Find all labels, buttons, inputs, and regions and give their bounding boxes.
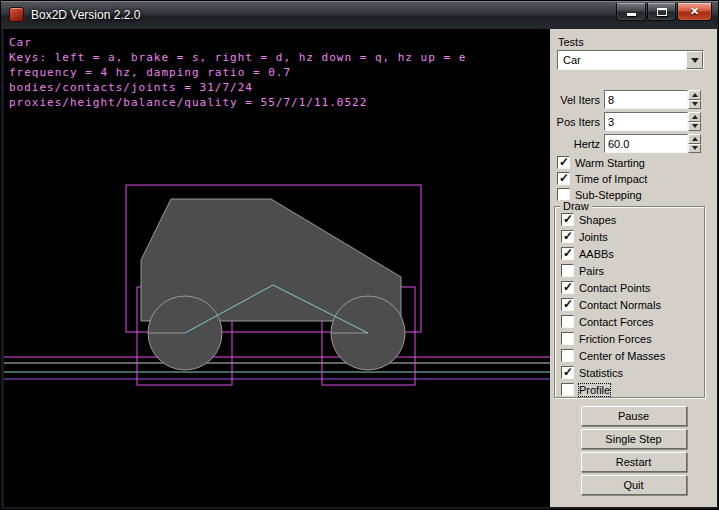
stats-line-freq: frequency = 4 hz, damping ratio = 0.7 <box>9 66 291 79</box>
vel-iters-row: Vel Iters <box>550 90 717 109</box>
arrow-up-icon <box>692 115 698 119</box>
contact-points-checkbox[interactable] <box>561 281 574 294</box>
contact-normals-row: Contact Normals <box>561 298 704 311</box>
time-of-impact-checkbox[interactable] <box>557 172 570 185</box>
tests-label: Tests <box>558 36 584 48</box>
minimize-button[interactable] <box>616 3 646 21</box>
center-of-masses-row: Center of Masses <box>561 349 704 362</box>
warm-starting-row: Warm Starting <box>557 156 647 169</box>
vel-iters-spinner <box>688 90 701 109</box>
stats-line-proxies: proxies/height/balance/quality = 55/7/1/… <box>9 96 367 109</box>
profile-label: Profile <box>579 384 610 396</box>
vel-iters-down-button[interactable] <box>688 100 701 110</box>
hertz-input[interactable] <box>604 134 688 153</box>
stats-line-title: Car <box>9 36 32 49</box>
statistics-label: Statistics <box>579 367 623 379</box>
draw-groupbox: Draw Shapes Joints AABBs Pairs <box>554 206 705 398</box>
shapes-label: Shapes <box>579 214 616 226</box>
solver-settings: Vel Iters Pos Iters Hertz <box>550 90 717 156</box>
close-icon: ✕ <box>690 6 699 17</box>
title-bar[interactable]: Box2D Version 2.2.0 ✕ <box>1 1 719 29</box>
physics-scene: Car Keys: left = a, brake = s, right = d… <box>4 29 550 507</box>
pos-iters-input[interactable] <box>604 112 688 131</box>
hertz-up-button[interactable] <box>688 134 701 144</box>
restart-button[interactable]: Restart <box>581 452 687 472</box>
arrow-down-icon <box>692 124 698 128</box>
profile-checkbox[interactable] <box>561 383 574 396</box>
window-controls: ✕ <box>615 3 712 21</box>
warm-starting-label: Warm Starting <box>575 157 645 169</box>
vel-iters-up-button[interactable] <box>688 90 701 100</box>
shapes-row: Shapes <box>561 213 704 226</box>
contact-forces-label: Contact Forces <box>579 316 654 328</box>
chevron-down-icon <box>691 58 699 63</box>
pause-button[interactable]: Pause <box>581 406 687 426</box>
friction-forces-checkbox[interactable] <box>561 332 574 345</box>
contact-normals-label: Contact Normals <box>579 299 661 311</box>
shapes-checkbox[interactable] <box>561 213 574 226</box>
statistics-checkbox[interactable] <box>561 366 574 379</box>
maximize-icon <box>657 8 667 16</box>
pos-iters-up-button[interactable] <box>688 112 701 122</box>
app-icon <box>9 7 24 22</box>
hertz-spinner <box>688 134 701 153</box>
hertz-down-button[interactable] <box>688 144 701 154</box>
pos-iters-row: Pos Iters <box>550 112 717 131</box>
tests-dropdown-arrow[interactable] <box>686 51 703 69</box>
stats-line-bodies: bodies/contacts/joints = 31/7/24 <box>9 81 253 94</box>
arrow-up-icon <box>692 93 698 97</box>
time-of-impact-label: Time of Impact <box>575 173 647 185</box>
contact-normals-checkbox[interactable] <box>561 298 574 311</box>
tests-combobox-value: Car <box>563 54 581 66</box>
contact-points-label: Contact Points <box>579 282 651 294</box>
profile-row: Profile <box>561 383 704 396</box>
single-step-button[interactable]: Single Step <box>581 429 687 449</box>
contact-forces-row: Contact Forces <box>561 315 704 328</box>
tests-combobox[interactable]: Car <box>557 50 704 70</box>
contact-forces-checkbox[interactable] <box>561 315 574 328</box>
aabbs-label: AABBs <box>579 248 614 260</box>
control-panel: Tests Car Vel Iters Pos Iters <box>550 29 717 507</box>
joints-row: Joints <box>561 230 704 243</box>
contact-points-row: Contact Points <box>561 281 704 294</box>
action-buttons: Pause Single Step Restart Quit <box>550 406 717 498</box>
window-title: Box2D Version 2.2.0 <box>31 8 140 22</box>
arrow-down-icon <box>692 102 698 106</box>
center-of-masses-label: Center of Masses <box>579 350 665 362</box>
pairs-label: Pairs <box>579 265 604 277</box>
center-of-masses-checkbox[interactable] <box>561 349 574 362</box>
solver-options: Warm Starting Time of Impact Sub-Steppin… <box>557 156 647 204</box>
friction-forces-row: Friction Forces <box>561 332 704 345</box>
vel-iters-label: Vel Iters <box>550 94 600 106</box>
friction-forces-label: Friction Forces <box>579 333 652 345</box>
hertz-label: Hertz <box>550 138 600 150</box>
aabbs-row: AABBs <box>561 247 704 260</box>
minimize-icon <box>627 13 636 16</box>
pos-iters-label: Pos Iters <box>550 116 600 128</box>
arrow-up-icon <box>692 137 698 141</box>
draw-group-title: Draw <box>560 200 592 212</box>
warm-starting-checkbox[interactable] <box>557 156 570 169</box>
quit-button[interactable]: Quit <box>581 475 687 495</box>
simulation-canvas[interactable]: Car Keys: left = a, brake = s, right = d… <box>4 29 550 507</box>
joints-label: Joints <box>579 231 608 243</box>
stats-line-keys: Keys: left = a, brake = s, right = d, hz… <box>9 51 466 64</box>
aabbs-checkbox[interactable] <box>561 247 574 260</box>
joints-checkbox[interactable] <box>561 230 574 243</box>
hertz-row: Hertz <box>550 134 717 153</box>
pos-iters-spinner <box>688 112 701 131</box>
vel-iters-input[interactable] <box>604 90 688 109</box>
close-button[interactable]: ✕ <box>677 3 712 21</box>
pairs-checkbox[interactable] <box>561 264 574 277</box>
draw-options: Shapes Joints AABBs Pairs Contact Points <box>555 207 704 396</box>
maximize-button[interactable] <box>647 3 676 21</box>
pos-iters-down-button[interactable] <box>688 122 701 132</box>
statistics-row: Statistics <box>561 366 704 379</box>
pairs-row: Pairs <box>561 264 704 277</box>
sub-stepping-label: Sub-Stepping <box>575 189 642 201</box>
arrow-down-icon <box>692 146 698 150</box>
time-of-impact-row: Time of Impact <box>557 172 647 185</box>
app-window: Box2D Version 2.2.0 ✕ <box>0 0 719 510</box>
